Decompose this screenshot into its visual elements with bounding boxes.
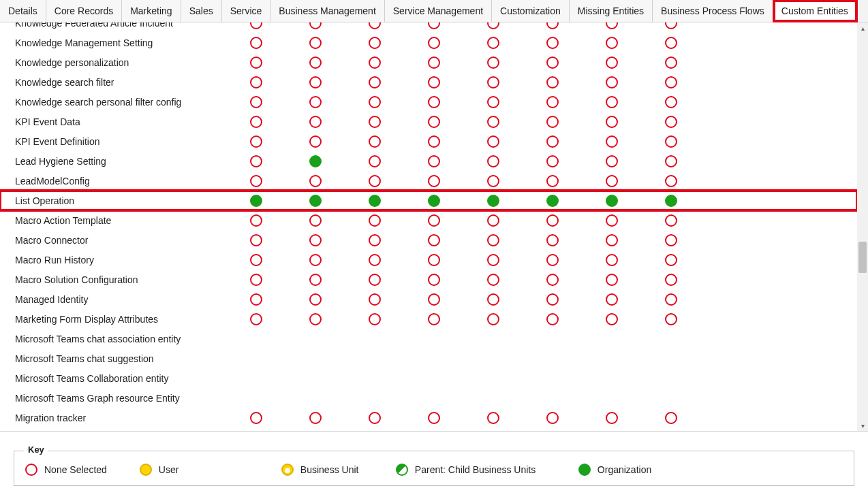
permission-cell[interactable] [463, 56, 523, 69]
permission-none-icon[interactable] [369, 254, 381, 266]
permission-cell[interactable] [582, 214, 641, 227]
permission-cell[interactable] [641, 313, 700, 325]
permission-none-icon[interactable] [665, 274, 677, 286]
permission-cell[interactable] [285, 155, 345, 167]
permission-none-icon[interactable] [487, 234, 499, 246]
permission-cell[interactable] [463, 274, 523, 286]
permission-cell[interactable] [345, 313, 404, 325]
permission-cell[interactable] [285, 56, 345, 69]
permission-cell[interactable] [582, 56, 641, 69]
permission-cell[interactable] [523, 412, 582, 424]
permission-cell[interactable] [226, 155, 285, 167]
permission-cell[interactable] [641, 274, 700, 286]
permission-none-icon[interactable] [546, 96, 559, 108]
permission-cell[interactable] [463, 22, 523, 29]
permission-none-icon[interactable] [665, 116, 677, 128]
tab-service-management[interactable]: Service Management [385, 0, 492, 22]
permission-none-icon[interactable] [369, 293, 381, 306]
permission-none-icon[interactable] [606, 22, 618, 29]
permission-none-icon[interactable] [309, 135, 322, 148]
permission-none-icon[interactable] [665, 214, 677, 227]
permission-none-icon[interactable] [428, 234, 440, 246]
permission-none-icon[interactable] [665, 234, 677, 246]
permission-cell[interactable] [523, 96, 582, 108]
permission-none-icon[interactable] [665, 96, 677, 108]
permission-none-icon[interactable] [428, 76, 440, 88]
permission-cell[interactable] [404, 254, 463, 266]
permission-organization-icon[interactable] [369, 195, 381, 207]
permission-cell[interactable] [285, 175, 345, 187]
permission-none-icon[interactable] [606, 116, 618, 128]
permission-none-icon[interactable] [487, 116, 499, 128]
permission-none-icon[interactable] [309, 56, 322, 69]
permission-none-icon[interactable] [250, 412, 262, 424]
permission-none-icon[interactable] [487, 293, 499, 306]
permission-none-icon[interactable] [369, 116, 381, 128]
permission-none-icon[interactable] [606, 155, 618, 167]
permission-cell[interactable] [345, 254, 404, 266]
permission-cell[interactable] [345, 234, 404, 246]
permission-none-icon[interactable] [665, 56, 677, 69]
permission-cell[interactable] [463, 214, 523, 227]
permission-cell[interactable] [285, 293, 345, 306]
permission-none-icon[interactable] [665, 313, 677, 325]
permission-none-icon[interactable] [309, 76, 322, 88]
permission-none-icon[interactable] [546, 274, 559, 286]
permission-cell[interactable] [463, 254, 523, 266]
permission-none-icon[interactable] [250, 135, 262, 148]
permission-none-icon[interactable] [309, 37, 322, 49]
scroll-thumb[interactable] [858, 242, 867, 273]
permission-cell[interactable] [463, 96, 523, 108]
permission-none-icon[interactable] [487, 254, 499, 266]
permission-cell[interactable] [582, 313, 641, 325]
permission-cell[interactable] [463, 195, 523, 207]
permission-cell[interactable] [641, 155, 700, 167]
permission-cell[interactable] [641, 195, 700, 207]
permission-cell[interactable] [641, 214, 700, 227]
permission-none-icon[interactable] [546, 175, 559, 187]
permission-organization-icon[interactable] [546, 195, 559, 207]
permission-none-icon[interactable] [606, 254, 618, 266]
permission-cell[interactable] [404, 234, 463, 246]
permission-none-icon[interactable] [250, 274, 262, 286]
permission-none-icon[interactable] [369, 274, 381, 286]
permission-none-icon[interactable] [369, 412, 381, 424]
permission-cell[interactable] [582, 135, 641, 148]
permission-organization-icon[interactable] [665, 195, 677, 207]
permission-cell[interactable] [404, 135, 463, 148]
permission-cell[interactable] [582, 76, 641, 88]
permission-none-icon[interactable] [369, 214, 381, 227]
permission-none-icon[interactable] [428, 22, 440, 29]
permission-cell[interactable] [226, 116, 285, 128]
permission-cell[interactable] [345, 175, 404, 187]
permission-none-icon[interactable] [546, 56, 559, 69]
permission-cell[interactable] [345, 135, 404, 148]
permission-none-icon[interactable] [606, 175, 618, 187]
permission-cell[interactable] [404, 96, 463, 108]
permission-cell[interactable] [345, 116, 404, 128]
permission-none-icon[interactable] [487, 313, 499, 325]
permission-cell[interactable] [463, 76, 523, 88]
permission-cell[interactable] [523, 274, 582, 286]
permission-cell[interactable] [285, 135, 345, 148]
permission-cell[interactable] [523, 76, 582, 88]
permission-cell[interactable] [582, 155, 641, 167]
permission-cell[interactable] [641, 116, 700, 128]
permission-none-icon[interactable] [250, 234, 262, 246]
permission-cell[interactable] [226, 313, 285, 325]
permission-cell[interactable] [582, 116, 641, 128]
permission-cell[interactable] [463, 412, 523, 424]
permission-cell[interactable] [582, 274, 641, 286]
permission-cell[interactable] [582, 96, 641, 108]
permission-cell[interactable] [226, 175, 285, 187]
permission-organization-icon[interactable] [428, 195, 440, 207]
permission-none-icon[interactable] [309, 96, 322, 108]
permission-cell[interactable] [582, 175, 641, 187]
permission-none-icon[interactable] [606, 37, 618, 49]
permission-none-icon[interactable] [665, 155, 677, 167]
tab-missing-entities[interactable]: Missing Entities [570, 0, 653, 22]
tab-details[interactable]: Details [0, 0, 46, 22]
permission-none-icon[interactable] [369, 175, 381, 187]
permission-none-icon[interactable] [369, 234, 381, 246]
permission-cell[interactable] [641, 56, 700, 69]
